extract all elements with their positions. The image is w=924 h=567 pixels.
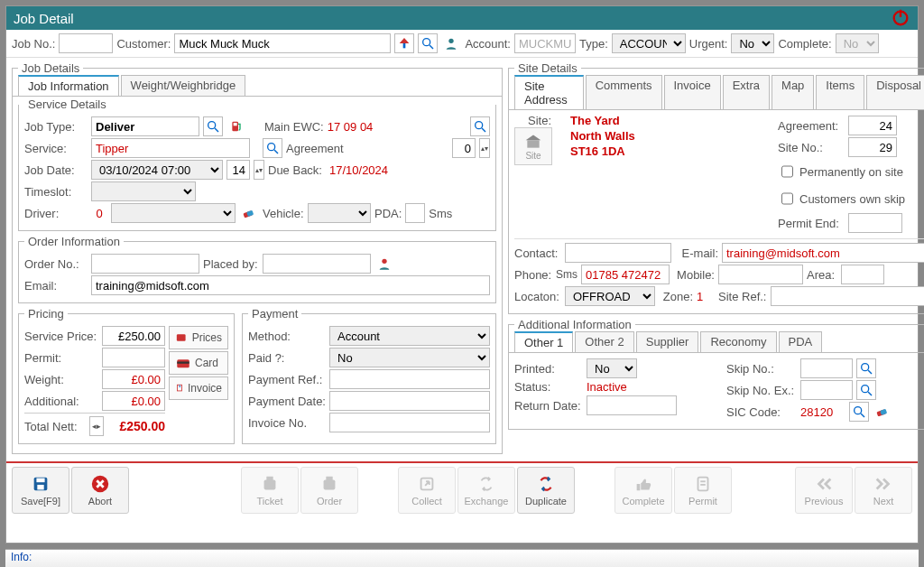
service-price-input[interactable] — [102, 326, 165, 346]
total-stepper[interactable]: ◂▸ — [89, 416, 104, 436]
card-button[interactable]: Card — [169, 351, 228, 375]
main-ewc-search-icon[interactable] — [470, 116, 490, 136]
urgent-select[interactable]: No — [731, 33, 774, 53]
svg-rect-19 — [177, 362, 189, 364]
phone-sms[interactable]: Sms — [556, 268, 578, 281]
site-icon[interactable]: Site — [514, 127, 552, 165]
tab-disposal[interactable]: Disposal — [866, 75, 924, 109]
order-no-input[interactable] — [91, 254, 199, 274]
tab-weight[interactable]: Weight/Weighbridge — [121, 75, 246, 96]
order-button[interactable]: Order — [300, 467, 358, 514]
fuel-icon[interactable] — [226, 116, 246, 136]
paydate-input[interactable] — [329, 391, 490, 411]
tab-map[interactable]: Map — [772, 75, 814, 109]
ticket-button[interactable]: Ticket — [241, 467, 299, 514]
job-date-qty-input[interactable] — [226, 160, 250, 180]
complete-button[interactable]: Complete — [614, 467, 672, 514]
payref-label: Payment Ref.: — [248, 373, 326, 386]
tab-other2[interactable]: Other 2 — [575, 331, 633, 352]
skipno-search-icon[interactable] — [856, 358, 876, 378]
tab-items[interactable]: Items — [816, 75, 864, 109]
vehicle-select[interactable] — [308, 203, 371, 223]
return-input[interactable] — [587, 395, 677, 415]
timeslot-select[interactable] — [91, 181, 196, 201]
complete-select[interactable]: No — [836, 33, 879, 53]
placed-by-input[interactable] — [263, 254, 371, 274]
tab-other1[interactable]: Other 1 — [514, 331, 573, 352]
driver-eraser-icon[interactable] — [239, 203, 259, 223]
tab-supplier[interactable]: Supplier — [636, 331, 699, 352]
customer-dropdown-icon[interactable] — [394, 33, 414, 53]
exchange-button[interactable]: Exchange — [457, 467, 515, 514]
site-email-label: E-mail: — [675, 246, 718, 260]
tab-pda[interactable]: PDA — [779, 331, 823, 352]
phone-input[interactable] — [581, 265, 670, 284]
tab-extra[interactable]: Extra — [723, 75, 770, 109]
prices-button[interactable]: Prices — [169, 326, 228, 349]
job-date-stepper[interactable]: ▴▾ — [254, 160, 264, 180]
sic-search-icon[interactable] — [849, 402, 869, 422]
locaton-select[interactable]: OFFROAD — [565, 286, 655, 306]
tab-reconomy[interactable]: Reconomy — [700, 331, 776, 352]
invno-input[interactable] — [329, 413, 490, 432]
email-input[interactable] — [91, 275, 490, 295]
invoice-button[interactable]: Invoice — [169, 376, 228, 400]
method-select[interactable]: Account — [329, 326, 490, 346]
agreement-stepper[interactable]: ▴▾ — [479, 138, 490, 158]
collect-button[interactable]: Collect — [398, 467, 456, 514]
account-label: Account: — [465, 37, 511, 51]
sic-eraser-icon[interactable] — [873, 402, 892, 422]
contact-input[interactable] — [565, 243, 671, 263]
service-input[interactable] — [91, 138, 250, 158]
save-button[interactable]: Save[F9] — [12, 467, 69, 514]
skipex-search-icon[interactable] — [856, 380, 876, 400]
job-date-select[interactable]: 03/10/2024 07:00 — [91, 160, 223, 180]
additional-price-input[interactable] — [102, 391, 165, 411]
perm-checkbox[interactable] — [781, 162, 793, 181]
status-bar: Info: — [5, 549, 919, 567]
ownskip-checkbox[interactable] — [781, 189, 793, 209]
svg-line-25 — [868, 392, 872, 395]
pricing-legend: Pricing — [24, 307, 68, 321]
pda-input[interactable] — [405, 203, 425, 223]
duplicate-button[interactable]: Duplicate — [517, 467, 575, 514]
abort-button[interactable]: Abort — [71, 467, 129, 514]
svg-line-7 — [215, 128, 218, 132]
tab-site-address[interactable]: Site Address — [514, 75, 584, 109]
permit-price-input[interactable] — [102, 348, 165, 367]
customer-input[interactable] — [174, 33, 391, 53]
siteref-label: Site Ref.: — [718, 290, 767, 303]
customer-person-icon[interactable] — [441, 33, 461, 53]
permitend-input[interactable] — [848, 213, 902, 233]
siteno-input[interactable] — [848, 137, 897, 157]
site-email-input[interactable] — [722, 243, 924, 263]
agreement-qty-input[interactable] — [452, 138, 476, 158]
tab-comments[interactable]: Comments — [586, 75, 662, 109]
permit-button[interactable]: Permit — [674, 467, 732, 514]
tab-invoice[interactable]: Invoice — [664, 75, 721, 109]
siteref-input[interactable] — [771, 286, 924, 306]
agreement-input[interactable] — [848, 116, 897, 135]
area-input[interactable] — [841, 265, 884, 284]
agreement-search-icon[interactable] — [263, 138, 282, 158]
printed-select[interactable]: No — [587, 358, 637, 378]
job-type-input[interactable] — [91, 116, 199, 136]
customer-search-icon[interactable] — [418, 33, 438, 53]
driver-select[interactable] — [111, 203, 236, 223]
payref-input[interactable] — [329, 369, 490, 389]
type-select[interactable]: ACCOUNT — [612, 33, 686, 53]
paid-select[interactable]: No — [329, 348, 490, 367]
job-type-search-icon[interactable] — [203, 116, 223, 136]
skipex-input[interactable] — [800, 380, 853, 400]
skipno-input[interactable] — [800, 358, 853, 378]
placed-by-person-icon[interactable] — [374, 254, 394, 274]
power-icon[interactable] — [891, 7, 910, 30]
previous-button[interactable]: Previous — [795, 467, 853, 514]
next-button[interactable]: Next — [855, 467, 912, 514]
pda-label: PDA: — [374, 207, 402, 220]
mobile-input[interactable] — [718, 265, 803, 284]
customer-label: Customer: — [116, 37, 171, 51]
weight-price-input[interactable] — [102, 369, 165, 389]
tab-job-information[interactable]: Job Information — [18, 75, 119, 96]
job-no-input[interactable] — [59, 33, 113, 53]
